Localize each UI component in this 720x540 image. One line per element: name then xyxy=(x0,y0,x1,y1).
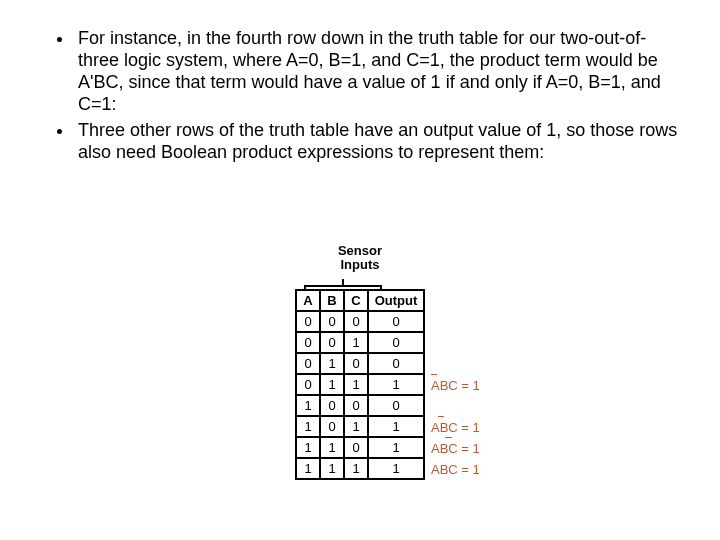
expr-symbol: ABC = 1 xyxy=(431,378,480,393)
table-row: 0 1 0 0 xyxy=(296,353,424,374)
cell: 1 xyxy=(296,458,320,479)
cell: 1 xyxy=(320,458,344,479)
cell: 1 xyxy=(296,416,320,437)
figure-title-line2: Inputs xyxy=(341,257,380,272)
cell: 0 xyxy=(344,353,368,374)
cell: 0 xyxy=(368,332,424,353)
product-term-annotation: ABC = 1 xyxy=(431,378,480,393)
col-header: C xyxy=(344,290,368,311)
truth-table-figure: Sensor Inputs A B C Output xyxy=(0,244,720,480)
figure-inner: Sensor Inputs A B C Output xyxy=(295,244,425,480)
cell: 1 xyxy=(320,353,344,374)
table-row: 0 1 1 1 xyxy=(296,374,424,395)
cell: 0 xyxy=(368,395,424,416)
slide: For instance, in the fourth row down in … xyxy=(0,0,720,540)
cell: 0 xyxy=(296,353,320,374)
expr-symbol: ABC = 1 xyxy=(431,441,480,456)
figure-title: Sensor Inputs xyxy=(295,244,425,273)
expr-symbol: ABC = 1 xyxy=(431,462,480,477)
cell: 1 xyxy=(296,437,320,458)
table-row: 1 0 1 1 xyxy=(296,416,424,437)
cell: 1 xyxy=(368,437,424,458)
col-header: A xyxy=(296,290,320,311)
cell: 0 xyxy=(296,311,320,332)
cell: 0 xyxy=(344,395,368,416)
cell: 1 xyxy=(344,458,368,479)
cell: 1 xyxy=(344,416,368,437)
col-header: Output xyxy=(368,290,424,311)
expr-symbol: ABC = 1 xyxy=(431,420,480,435)
table-row: 1 0 0 0 xyxy=(296,395,424,416)
bracket-icon xyxy=(298,275,422,287)
table-row: 0 0 0 0 xyxy=(296,311,424,332)
table-row: 1 1 0 1 xyxy=(296,437,424,458)
cell: 0 xyxy=(320,416,344,437)
cell: 1 xyxy=(344,332,368,353)
table-body: 0 0 0 0 0 0 1 0 0 1 0 0 xyxy=(296,311,424,479)
cell: 0 xyxy=(344,437,368,458)
cell: 1 xyxy=(320,374,344,395)
cell: 1 xyxy=(368,458,424,479)
figure-title-line1: Sensor xyxy=(338,243,382,258)
bullet-list: For instance, in the fourth row down in … xyxy=(40,28,680,164)
cell: 1 xyxy=(368,374,424,395)
product-term-annotation: ABC = 1 xyxy=(431,441,480,456)
cell: 0 xyxy=(296,374,320,395)
cell: 1 xyxy=(320,437,344,458)
truth-table: A B C Output 0 0 0 0 0 0 xyxy=(295,289,425,480)
cell: 0 xyxy=(368,311,424,332)
table-row: 0 0 1 0 xyxy=(296,332,424,353)
cell: 0 xyxy=(320,332,344,353)
table-header-row: A B C Output xyxy=(296,290,424,311)
cell: 1 xyxy=(368,416,424,437)
cell: 1 xyxy=(344,374,368,395)
col-header: B xyxy=(320,290,344,311)
bullet-item: For instance, in the fourth row down in … xyxy=(74,28,680,116)
product-term-annotation: ABC = 1 xyxy=(431,420,480,435)
cell: 0 xyxy=(344,311,368,332)
table-row: 1 1 1 1 xyxy=(296,458,424,479)
cell: 0 xyxy=(296,332,320,353)
bullet-item: Three other rows of the truth table have… xyxy=(74,120,680,164)
cell: 0 xyxy=(320,395,344,416)
product-term-annotation: ABC = 1 xyxy=(431,462,480,477)
cell: 0 xyxy=(320,311,344,332)
cell: 1 xyxy=(296,395,320,416)
cell: 0 xyxy=(368,353,424,374)
